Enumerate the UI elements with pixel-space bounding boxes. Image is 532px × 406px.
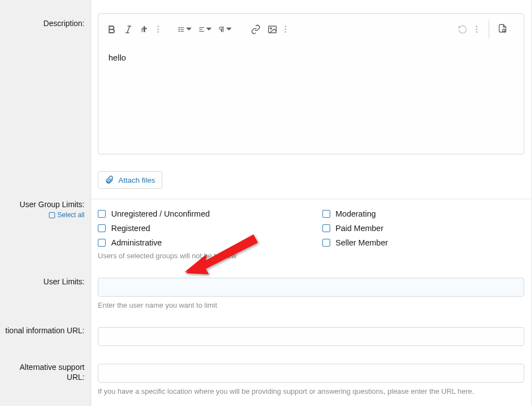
- checkbox-administrative[interactable]: Administrative: [98, 238, 300, 247]
- svg-point-7: [179, 27, 180, 28]
- user-group-helper: Users of selected groups will not be to …: [98, 252, 524, 260]
- align-icon[interactable]: [198, 24, 212, 35]
- checkbox-paid-member[interactable]: Paid Member: [322, 224, 525, 233]
- user-group-checkbox-grid: Unregistered / Unconfirmed Registered Ad…: [98, 209, 524, 247]
- user-limits-input[interactable]: [98, 278, 524, 297]
- checkbox-unregistered[interactable]: Unregistered / Unconfirmed: [98, 209, 300, 218]
- svg-point-8: [179, 29, 180, 29]
- bold-icon[interactable]: [106, 24, 117, 35]
- checkbox-seller-member[interactable]: Seller Member: [322, 238, 525, 247]
- bullet-list-icon[interactable]: [178, 24, 192, 35]
- user-limits-label: User Limits:: [43, 277, 84, 286]
- description-editor: тT: [98, 13, 524, 154]
- description-label: Description:: [43, 19, 84, 28]
- information-url-input[interactable]: [98, 327, 524, 346]
- svg-line-2: [127, 26, 130, 33]
- more-insert-icon[interactable]: [284, 26, 287, 33]
- paperclip-icon: [105, 176, 114, 184]
- paragraph-icon[interactable]: [218, 24, 232, 35]
- more-formatting-icon[interactable]: [156, 26, 160, 33]
- attach-files-label: Attach files: [118, 176, 155, 184]
- support-url-helper: If you have a specific location where yo…: [98, 387, 524, 395]
- user-group-limits-label: User Group Limits:: [1, 200, 84, 209]
- link-icon[interactable]: [250, 24, 261, 35]
- select-all-link[interactable]: Select all: [49, 211, 84, 219]
- support-url-label: Alternative support URL:: [19, 363, 84, 382]
- select-all-text: Select all: [57, 211, 84, 219]
- svg-point-9: [179, 31, 180, 31]
- svg-point-15: [503, 29, 505, 32]
- select-all-checkbox-icon: [49, 212, 55, 218]
- checkbox-registered[interactable]: Registered: [98, 224, 300, 233]
- user-limits-helper: Enter the user name you want to limit: [98, 301, 524, 309]
- information-url-label: tional information URL:: [6, 326, 84, 335]
- support-url-input[interactable]: [98, 364, 524, 383]
- text-size-icon[interactable]: тT: [140, 24, 151, 35]
- more-actions-icon[interactable]: [475, 26, 479, 33]
- attach-files-button[interactable]: Attach files: [98, 171, 162, 189]
- preview-icon[interactable]: [497, 23, 508, 34]
- undo-icon[interactable]: [457, 24, 468, 35]
- image-icon[interactable]: [267, 24, 278, 35]
- svg-text:тT: тT: [141, 28, 146, 33]
- italic-icon[interactable]: [123, 24, 134, 35]
- description-textarea[interactable]: hello: [98, 45, 524, 154]
- checkbox-moderating[interactable]: Moderating: [322, 209, 525, 218]
- svg-point-14: [270, 28, 271, 29]
- editor-toolbar: тT: [98, 14, 524, 45]
